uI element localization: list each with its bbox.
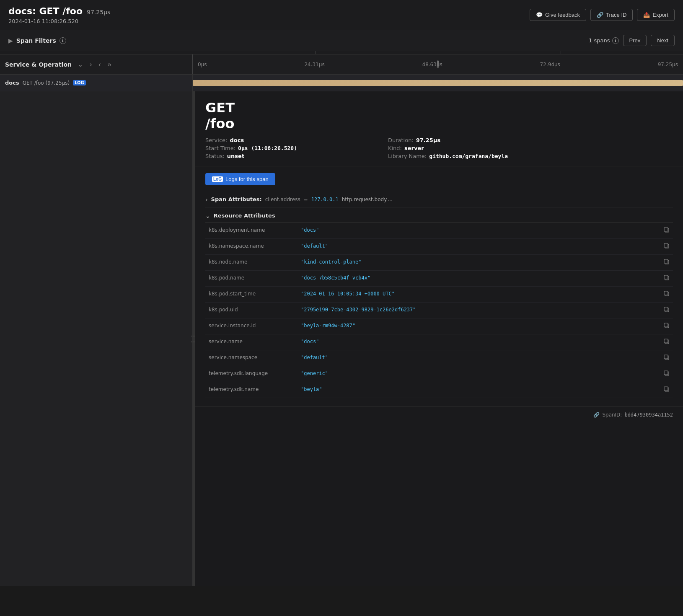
resource-value-4: "2024-01-16 10:05:34 +0000 UTC" xyxy=(298,286,660,302)
detail-meta: Service: docs Duration: 97.25µs Start Ti… xyxy=(205,137,673,159)
expand-all-button[interactable]: » xyxy=(106,60,113,69)
span-attr-val-0: 127.0.0.1 xyxy=(311,197,339,202)
header-left: docs: GET /foo 97.25µs 2024-01-16 11:08:… xyxy=(8,6,110,24)
svg-rect-17 xyxy=(664,355,668,359)
span-operation-name: GET /foo (97.25µs) xyxy=(23,80,70,86)
copy-button-7[interactable] xyxy=(660,334,673,350)
give-feedback-button[interactable]: 💬 Give feedback xyxy=(530,9,586,21)
copy-button-0[interactable] xyxy=(660,223,673,239)
resource-table-row: telemetry.sdk.name "beyla" xyxy=(205,382,673,398)
resource-key-9: telemetry.sdk.language xyxy=(205,366,298,382)
page-title: docs: GET /foo xyxy=(8,6,83,16)
span-id-value: bdd47930934a1152 xyxy=(624,412,673,418)
svg-rect-1 xyxy=(664,228,668,231)
collapse-button[interactable]: ‹ xyxy=(97,60,102,69)
span-id-footer: 🔗 SpanID: bdd47930934a1152 xyxy=(195,406,683,423)
copy-button-9[interactable] xyxy=(660,366,673,382)
resource-key-6: service.instance.id xyxy=(205,318,298,334)
detail-left-panel xyxy=(0,91,193,586)
span-attr-key-0: client.address xyxy=(265,197,300,202)
export-label: Export xyxy=(652,12,668,18)
resource-table-row: k8s.pod.start_time "2024-01-16 10:05:34 … xyxy=(205,286,673,302)
resource-value-7: "docs" xyxy=(298,334,660,350)
span-attr-more: http.request.body.... xyxy=(342,197,393,202)
span-row[interactable]: docs GET /foo (97.25µs) LOG xyxy=(0,75,683,91)
trace-id-label: Trace ID xyxy=(606,12,626,18)
kind-label: Kind: xyxy=(388,145,402,151)
resource-table-row: k8s.namespace.name "default" xyxy=(205,238,673,254)
timeline-label-4: 97.25µs xyxy=(658,62,678,67)
header-timestamp: 2024-01-16 11:08:26.520 xyxy=(8,18,110,24)
copy-button-2[interactable] xyxy=(660,254,673,270)
start-time-label: Start Time: xyxy=(205,145,235,151)
export-icon: 📤 xyxy=(643,12,650,18)
resource-table-row: service.name "docs" xyxy=(205,334,673,350)
service-operation-label: Service & Operation xyxy=(5,61,72,68)
start-time-value: 0µs (11:08:26.520) xyxy=(238,145,297,151)
timeline-label-3: 72.94µs xyxy=(540,62,560,67)
svg-rect-9 xyxy=(664,291,668,295)
meta-kind: Kind: server xyxy=(388,145,553,151)
collapse-all-button[interactable]: ⌄ xyxy=(76,60,85,69)
duration-value: 97.25µs xyxy=(416,137,440,143)
trace-id-button[interactable]: 🔗 Trace ID xyxy=(590,9,633,21)
export-button[interactable]: 📤 Export xyxy=(637,9,675,21)
expand-icon[interactable]: ▶ xyxy=(8,37,13,44)
span-row-left: docs GET /foo (97.25µs) LOG xyxy=(0,75,193,91)
resource-value-3: "docs-7b58c5cb4f-vcb4x" xyxy=(298,270,660,286)
copy-button-4[interactable] xyxy=(660,286,673,302)
span-attributes-section: › Span Attributes: client.address = 127.… xyxy=(195,192,683,207)
detail-panel: ⋮⋮ GET/foo Service: docs Duration: 97.25… xyxy=(0,91,683,586)
svg-rect-15 xyxy=(664,339,668,343)
resource-value-10: "beyla" xyxy=(298,382,660,398)
detail-right-panel: GET/foo Service: docs Duration: 97.25µs … xyxy=(195,91,683,586)
resource-attributes-label: Resource Attributes xyxy=(214,212,275,219)
header-actions: 💬 Give feedback 🔗 Trace ID 📤 Export xyxy=(530,9,675,21)
status-value: unset xyxy=(227,153,244,159)
resource-table-row: service.namespace "default" xyxy=(205,350,673,366)
resource-table-row: k8s.node.name "kind-control-plane" xyxy=(205,254,673,270)
header-title-row: docs: GET /foo 97.25µs xyxy=(8,6,110,16)
resource-value-1: "default" xyxy=(298,238,660,254)
next-button[interactable]: Next xyxy=(651,35,675,46)
timeline-divider[interactable]: ‖ xyxy=(437,60,439,68)
prev-button[interactable]: Prev xyxy=(623,35,647,46)
meta-duration: Duration: 97.25µs xyxy=(388,137,553,143)
resource-value-8: "default" xyxy=(298,350,660,366)
resource-table-row: k8s.pod.uid "2795e190-7cbe-4302-9829-1c2… xyxy=(205,302,673,318)
duration-label: Duration: xyxy=(388,137,414,143)
column-headers: Service & Operation ⌄ › ‹ » 0µs 24.31µs … xyxy=(0,54,683,75)
service-operation-column: Service & Operation ⌄ › ‹ » xyxy=(0,54,193,74)
copy-button-8[interactable] xyxy=(660,350,673,366)
span-attributes-row: › Span Attributes: client.address = 127.… xyxy=(205,192,673,207)
give-feedback-label: Give feedback xyxy=(545,12,580,18)
svg-rect-5 xyxy=(664,259,668,263)
resource-attributes-section: ⌄ Resource Attributes k8s.deployment.nam… xyxy=(205,207,673,398)
resource-table-row: telemetry.sdk.language "generic" xyxy=(205,366,673,382)
copy-button-10[interactable] xyxy=(660,382,673,398)
spans-count-info-icon[interactable]: ℹ xyxy=(612,37,619,44)
library-value: github.com/grafana/beyla xyxy=(429,153,508,159)
copy-button-3[interactable] xyxy=(660,270,673,286)
svg-rect-7 xyxy=(664,275,668,279)
resource-table-row: k8s.pod.name "docs-7b58c5cb4f-vcb4x" xyxy=(205,270,673,286)
copy-button-6[interactable] xyxy=(660,318,673,334)
logs-for-span-button[interactable]: LoG Logs for this span xyxy=(205,173,275,185)
resource-value-0: "docs" xyxy=(298,223,660,239)
resource-value-2: "kind-control-plane" xyxy=(298,254,660,270)
span-filters-info-icon[interactable]: ℹ xyxy=(60,37,66,44)
resource-toggle[interactable]: ⌄ xyxy=(205,212,210,219)
span-attributes-toggle[interactable]: › xyxy=(205,196,208,203)
resource-key-5: k8s.pod.uid xyxy=(205,302,298,318)
detail-header: GET/foo Service: docs Duration: 97.25µs … xyxy=(195,91,683,166)
resource-key-4: k8s.pod.start_time xyxy=(205,286,298,302)
copy-button-1[interactable] xyxy=(660,238,673,254)
svg-rect-3 xyxy=(664,243,668,247)
span-filters-bar: ▶ Span Filters ℹ 1 spans ℹ Prev Next xyxy=(0,30,683,51)
expand-button[interactable]: › xyxy=(88,60,93,69)
meta-service: Service: docs xyxy=(205,137,380,143)
resource-value-5: "2795e190-7cbe-4302-9829-1c26e2df6237" xyxy=(298,302,660,318)
svg-rect-11 xyxy=(664,307,668,311)
copy-button-5[interactable] xyxy=(660,302,673,318)
resource-key-7: service.name xyxy=(205,334,298,350)
